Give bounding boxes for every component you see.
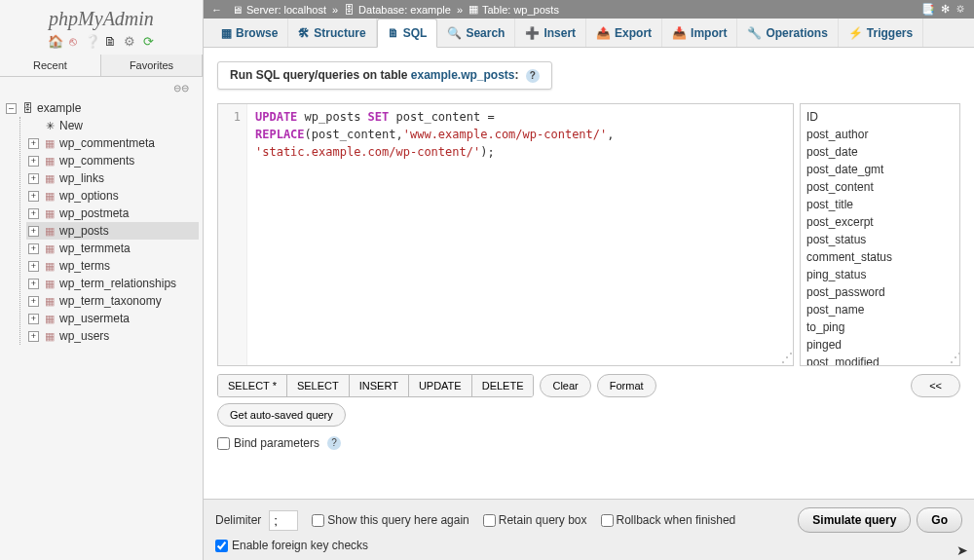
delete-button[interactable]: DELETE bbox=[472, 375, 534, 396]
collapse-cols-button[interactable]: << bbox=[911, 374, 960, 397]
tab-browse[interactable]: ▦Browse bbox=[211, 19, 288, 47]
sql-code[interactable]: UPDATE wp_posts SET post_content = REPLA… bbox=[247, 104, 621, 365]
select-button[interactable]: SELECT bbox=[287, 375, 350, 396]
resize-handle-icon[interactable]: ⋰ bbox=[781, 354, 791, 363]
settings-icon[interactable]: ⚙ bbox=[123, 34, 136, 48]
page-help-icon[interactable]: ⛭ bbox=[955, 3, 966, 16]
column-item[interactable]: post_name bbox=[805, 301, 955, 318]
query-buttons: SELECT * SELECT INSERT UPDATE DELETE Cle… bbox=[217, 374, 960, 397]
expand-icon[interactable]: + bbox=[28, 279, 39, 289]
expand-icon[interactable]: + bbox=[28, 226, 39, 237]
tab-recent[interactable]: Recent bbox=[0, 55, 101, 76]
auto-saved-button[interactable]: Get auto-saved query bbox=[217, 403, 346, 427]
simulate-button[interactable]: Simulate query bbox=[798, 507, 911, 533]
column-item[interactable]: post_content bbox=[805, 178, 955, 196]
column-item[interactable]: post_date bbox=[805, 143, 955, 161]
expand-icon[interactable]: + bbox=[28, 173, 39, 184]
update-button[interactable]: UPDATE bbox=[409, 375, 472, 396]
bookmark-icon[interactable]: 📑 bbox=[921, 3, 935, 16]
expand-icon[interactable]: + bbox=[28, 138, 39, 149]
database-icon: 🗄 bbox=[19, 102, 35, 114]
bc-db[interactable]: example bbox=[410, 4, 451, 16]
tree-table[interactable]: +▦wp_termmeta bbox=[26, 240, 199, 257]
tree-table-label: wp_posts bbox=[59, 224, 109, 238]
delimiter-input[interactable] bbox=[269, 510, 298, 531]
help-icon[interactable]: ? bbox=[526, 69, 540, 83]
expand-icon[interactable]: + bbox=[28, 208, 39, 219]
column-item[interactable]: ID bbox=[805, 108, 955, 126]
expand-icon[interactable]: + bbox=[28, 314, 39, 324]
column-item[interactable]: post_date_gmt bbox=[805, 161, 955, 178]
page-settings-icon[interactable]: ✻ bbox=[941, 3, 950, 16]
insert-button[interactable]: INSERT bbox=[350, 375, 409, 396]
tree-table[interactable]: +▦wp_term_relationships bbox=[26, 275, 199, 292]
column-item[interactable]: comment_status bbox=[805, 248, 955, 266]
tab-structure[interactable]: 🛠Structure bbox=[288, 19, 376, 47]
tab-triggers[interactable]: ⚡Triggers bbox=[839, 19, 923, 47]
retain-checkbox[interactable] bbox=[483, 514, 496, 527]
home-icon[interactable]: 🏠 bbox=[48, 34, 61, 48]
table-icon: ▦ bbox=[42, 295, 57, 308]
expand-icon[interactable]: + bbox=[28, 156, 39, 167]
tree-table[interactable]: +▦wp_links bbox=[26, 169, 199, 187]
sql-icon[interactable]: 🗎 bbox=[104, 34, 118, 48]
column-item[interactable]: to_ping bbox=[805, 318, 955, 336]
tab-favorites[interactable]: Favorites bbox=[101, 55, 203, 76]
run-query-link[interactable]: example.wp_posts bbox=[411, 68, 515, 82]
quick-link-icon[interactable]: ⊖⊖ bbox=[0, 77, 203, 99]
tree-table[interactable]: +▦wp_users bbox=[26, 327, 199, 345]
expand-icon[interactable]: + bbox=[28, 331, 39, 342]
expand-icon[interactable]: + bbox=[28, 243, 39, 254]
expand-icon[interactable]: + bbox=[28, 191, 39, 202]
nav-back-icon[interactable]: ← bbox=[211, 4, 222, 16]
table-icon: ▦ bbox=[42, 155, 57, 168]
bc-server[interactable]: localhost bbox=[284, 4, 326, 16]
tree-db[interactable]: – 🗄 example bbox=[4, 99, 199, 117]
select-star-button[interactable]: SELECT * bbox=[218, 375, 287, 396]
tree-table[interactable]: +▦wp_usermeta bbox=[26, 310, 199, 327]
tree-table[interactable]: +▦wp_comments bbox=[26, 152, 199, 169]
tab-search[interactable]: 🔍Search bbox=[437, 19, 515, 47]
column-item[interactable]: post_title bbox=[805, 196, 955, 213]
columns-list[interactable]: IDpost_authorpost_datepost_date_gmtpost_… bbox=[800, 103, 960, 366]
format-button[interactable]: Format bbox=[597, 374, 656, 397]
docs-icon[interactable]: ❔ bbox=[85, 34, 98, 48]
tab-export[interactable]: 📤Export bbox=[586, 19, 662, 47]
resize-handle-icon[interactable]: ⋰ bbox=[948, 354, 957, 363]
go-button[interactable]: Go bbox=[917, 507, 962, 533]
tree-table[interactable]: +▦wp_terms bbox=[26, 257, 199, 275]
collapse-icon[interactable]: – bbox=[6, 103, 17, 114]
tab-import[interactable]: 📥Import bbox=[662, 19, 737, 47]
bind-params-label: Bind parameters bbox=[234, 436, 319, 450]
sql-editor[interactable]: 1 UPDATE wp_posts SET post_content = REP… bbox=[217, 103, 794, 366]
expand-icon[interactable]: + bbox=[28, 261, 39, 272]
tab-insert[interactable]: ➕Insert bbox=[515, 19, 586, 47]
bottom-bar: Delimiter Show this query here again Ret… bbox=[204, 499, 974, 560]
show-again-checkbox[interactable] bbox=[312, 514, 324, 527]
tab-operations[interactable]: 🔧Operations bbox=[737, 19, 838, 47]
tree-table[interactable]: +▦wp_term_taxonomy bbox=[26, 292, 199, 310]
column-item[interactable]: post_status bbox=[805, 231, 955, 248]
tree-table[interactable]: +▦wp_postmeta bbox=[26, 205, 199, 222]
tab-sql[interactable]: 🗎SQL bbox=[377, 19, 438, 48]
tree-new[interactable]: ✳New bbox=[26, 117, 199, 134]
fk-checkbox[interactable] bbox=[215, 540, 228, 552]
column-item[interactable]: post_modified bbox=[805, 354, 955, 366]
tree-table[interactable]: +▦wp_options bbox=[26, 187, 199, 205]
tree-table-label: wp_comments bbox=[59, 154, 134, 168]
tree-table[interactable]: +▦wp_posts bbox=[26, 222, 199, 240]
reload-icon[interactable]: ⟳ bbox=[141, 34, 155, 48]
clear-button[interactable]: Clear bbox=[540, 374, 590, 397]
bc-table[interactable]: wp_posts bbox=[513, 4, 558, 16]
bind-params-checkbox[interactable] bbox=[217, 437, 230, 450]
column-item[interactable]: post_password bbox=[805, 283, 955, 301]
column-item[interactable]: post_author bbox=[805, 126, 955, 143]
column-item[interactable]: ping_status bbox=[805, 266, 955, 283]
expand-icon[interactable]: + bbox=[28, 296, 39, 307]
rollback-checkbox[interactable] bbox=[601, 514, 614, 527]
help-icon[interactable]: ? bbox=[327, 436, 341, 450]
column-item[interactable]: pinged bbox=[805, 336, 955, 354]
logout-icon[interactable]: ⎋ bbox=[66, 34, 80, 48]
tree-table[interactable]: +▦wp_commentmeta bbox=[26, 134, 199, 152]
column-item[interactable]: post_excerpt bbox=[805, 213, 955, 231]
